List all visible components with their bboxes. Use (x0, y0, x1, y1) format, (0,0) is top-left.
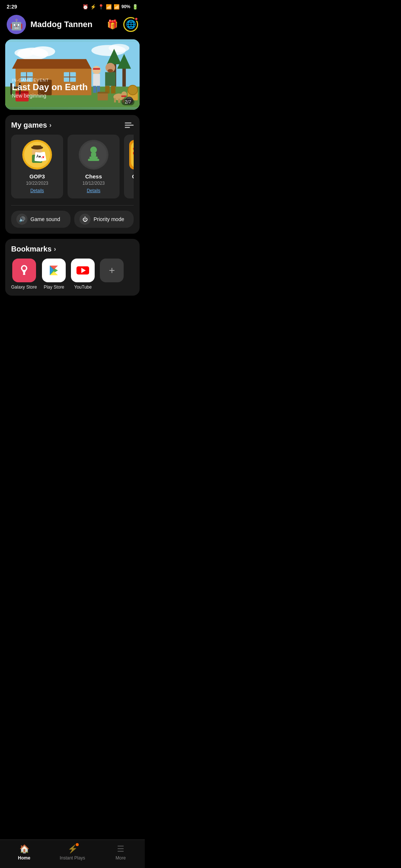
svg-text:GAM: GAM (133, 147, 134, 151)
svg-rect-44 (121, 96, 126, 97)
banner-title: Last Day on Earth (12, 82, 88, 92)
game-card-partial[interactable]: GAM DEV 🎮 Game De 10/12/ Deta (124, 135, 134, 198)
galaxy-store-label: Galaxy Store (11, 285, 37, 290)
svg-rect-31 (93, 68, 100, 70)
game-date-partial: 10/12/ (129, 181, 134, 186)
svg-rect-35 (111, 86, 115, 93)
game-icon-gop3: A♥ A♠ (22, 140, 52, 170)
banner-subtitle: New beginning (12, 93, 88, 99)
game-card-gop3[interactable]: A♥ A♠ GOP3 10/22/2023 Details (11, 135, 63, 198)
svg-point-3 (14, 49, 34, 57)
notification-dot (134, 17, 138, 21)
game-icon-chess (79, 140, 108, 170)
play-store-icon (42, 259, 66, 282)
my-games-section: My games › A♥ A♠ (5, 115, 140, 234)
svg-point-69 (22, 266, 26, 270)
play-store-label: Play Store (44, 285, 64, 290)
svg-rect-37 (98, 93, 108, 100)
bookmark-list: Galaxy Store Play Store (11, 259, 134, 290)
header: 🤖 Maddog Tannen 🎁 🌐 (0, 12, 145, 39)
power-icon: ⏻ (79, 214, 91, 225)
status-icons: ⏰ ⚡ 📍 📶 📶 90% 🔋 (82, 4, 138, 10)
add-icon: + (100, 259, 124, 282)
avatar[interactable]: 🤖 (7, 15, 26, 34)
battery-text: 90% (121, 4, 130, 9)
game-details-gop3[interactable]: Details (16, 188, 58, 193)
games-list: A♥ A♠ GOP3 10/22/2023 Details (11, 135, 134, 200)
globe-icon: 🌐 (126, 20, 136, 29)
game-card-chess[interactable]: Chess 10/12/2023 Details (68, 135, 120, 198)
bookmark-add[interactable]: + (100, 259, 124, 290)
svg-rect-28 (93, 74, 100, 86)
location-icon: 📍 (98, 4, 104, 10)
bookmarks-header: Bookmarks › (11, 245, 134, 253)
signal-icon: 📶 (114, 4, 120, 10)
banner[interactable]: IN-GAME EVENT Last Day on Earth New begi… (5, 39, 140, 110)
bookmarks-section: Bookmarks › Galaxy Store (5, 239, 140, 296)
svg-rect-57 (33, 145, 41, 148)
game-sound-button[interactable]: 🔊 Game sound (11, 211, 71, 228)
youtube-icon (71, 259, 95, 282)
svg-rect-60 (91, 153, 96, 157)
svg-rect-43 (114, 98, 116, 102)
svg-point-36 (108, 69, 113, 72)
bookmark-youtube[interactable]: YouTube (71, 259, 95, 290)
alarm-icon: ⏰ (82, 4, 88, 10)
svg-rect-42 (118, 99, 120, 103)
header-actions: 🎁 🌐 (107, 17, 138, 32)
svg-text:A♠: A♠ (36, 154, 41, 158)
bookmarks-arrow-icon: › (54, 245, 56, 253)
time: 2:29 (7, 4, 17, 10)
battery-icon: 🔋 (132, 4, 138, 10)
bluetooth-icon: ⚡ (90, 4, 96, 10)
banner-counter: 2/7 (121, 99, 134, 105)
game-date-gop3: 10/22/2023 (16, 181, 58, 186)
list-view-icon[interactable] (125, 122, 134, 128)
svg-rect-29 (93, 86, 96, 93)
globe-button[interactable]: 🌐 (123, 17, 138, 32)
svg-point-27 (92, 66, 101, 74)
priority-mode-label: Priority mode (94, 216, 124, 222)
banner-scene (5, 39, 140, 110)
svg-rect-38 (98, 92, 108, 93)
section-title[interactable]: My games › (11, 121, 52, 129)
game-date-chess: 10/12/2023 (73, 181, 114, 186)
game-sound-label: Game sound (30, 216, 60, 222)
avatar-emoji: 🤖 (10, 19, 23, 31)
wifi-icon: 📶 (106, 4, 112, 10)
svg-rect-61 (89, 157, 98, 159)
svg-rect-70 (23, 273, 25, 275)
game-icon-partial: GAM DEV 🎮 (129, 140, 134, 170)
svg-marker-12 (12, 59, 91, 69)
svg-point-46 (128, 85, 137, 95)
game-name-partial: Game De (129, 173, 134, 180)
svg-point-2 (31, 46, 55, 57)
svg-point-5 (108, 44, 129, 52)
sound-icon: 🔊 (16, 214, 27, 225)
galaxy-store-icon (12, 259, 36, 282)
svg-text:DEV: DEV (133, 151, 134, 155)
game-controls: 🔊 Game sound ⏻ Priority mode (11, 205, 134, 228)
youtube-label: YouTube (74, 285, 92, 290)
gift-icon[interactable]: 🎁 (107, 19, 118, 30)
banner-event-label: IN-GAME EVENT (12, 78, 88, 82)
bookmarks-title[interactable]: Bookmarks › (11, 245, 56, 253)
svg-rect-33 (105, 72, 115, 86)
username: Maddog Tannen (30, 20, 102, 29)
svg-point-59 (90, 147, 97, 153)
status-bar: 2:29 ⏰ ⚡ 📍 📶 📶 90% 🔋 (0, 0, 145, 12)
bookmark-galaxy-store[interactable]: Galaxy Store (11, 259, 37, 290)
banner-text: IN-GAME EVENT Last Day on Earth New begi… (12, 78, 88, 99)
svg-rect-30 (97, 86, 100, 93)
game-name-gop3: GOP3 (16, 173, 58, 180)
svg-rect-62 (88, 159, 99, 161)
bookmark-play-store[interactable]: Play Store (42, 259, 66, 290)
game-name-chess: Chess (73, 173, 114, 180)
section-arrow-icon: › (49, 121, 52, 129)
game-details-partial[interactable]: Deta (129, 188, 134, 193)
priority-mode-button[interactable]: ⏻ Priority mode (74, 211, 134, 228)
svg-rect-9 (123, 68, 126, 86)
section-header: My games › (11, 121, 134, 129)
game-details-chess[interactable]: Details (73, 188, 114, 193)
